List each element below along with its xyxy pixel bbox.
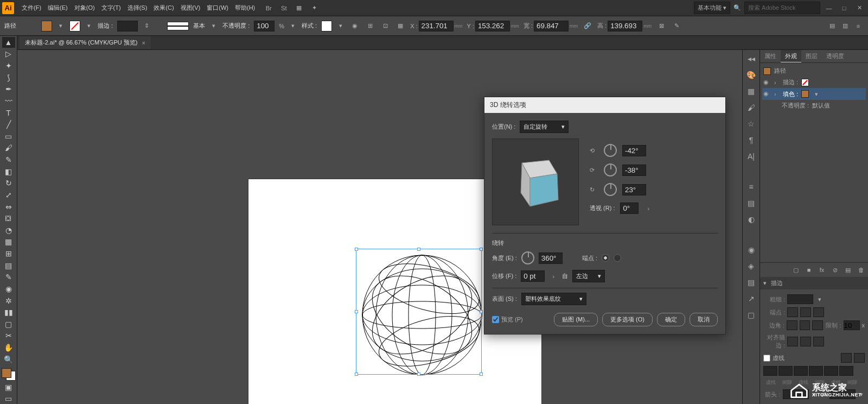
swatches-panel-icon[interactable]: ▦ [745,85,758,98]
expand-icon[interactable]: › [774,91,780,97]
magic-wand-tool[interactable]: ✦ [2,60,15,71]
shape-builder-tool[interactable]: ◔ [2,225,15,236]
w-input[interactable] [534,21,569,31]
tab-close-icon[interactable]: × [142,40,145,46]
menu-type[interactable]: 文字(T) [98,4,124,12]
zoom-tool[interactable]: 🔍 [2,354,15,365]
curvature-tool[interactable]: 〰 [2,96,15,106]
align-panel-icon[interactable]: A| [745,150,758,163]
brush-dropdown-icon[interactable]: ▾ [209,22,218,30]
search-input[interactable]: 搜索 Adobe Stock [744,2,820,14]
surface-select[interactable]: 塑料效果底纹▾ [521,293,586,305]
tab-appearance[interactable]: 外观 [781,50,801,62]
rotate-y-input[interactable] [622,165,646,176]
appearance-opacity-row[interactable]: 不透明度 : 默认值 [762,100,866,111]
corner-miter-icon[interactable] [787,320,797,330]
dash-align-2-icon[interactable] [854,353,865,363]
cap-butt-icon[interactable] [787,307,798,317]
stock-icon[interactable]: St [279,3,289,13]
bridge-icon[interactable]: Br [264,3,273,13]
tab-properties[interactable]: 属性 [760,50,781,62]
workspace-switcher[interactable]: 基本功能 ▾ [694,2,730,14]
offset-input[interactable] [521,270,545,282]
cap-round-icon[interactable] [800,307,811,317]
preview-checkbox[interactable]: 预览 (P) [492,315,523,324]
width-tool[interactable]: ⇔ [2,201,15,212]
rotate-z-input[interactable] [622,184,646,195]
appearance-fill-row[interactable]: ◉ › 填色 : ▾ [762,88,866,100]
isolate-icon[interactable]: ⊠ [656,21,667,31]
shape-icon[interactable]: ⊡ [380,21,391,31]
free-transform-tool[interactable]: ⛋ [2,213,15,224]
menu-edit[interactable]: 编辑(E) [44,4,71,12]
artboards-panel-icon[interactable]: ▢ [745,308,758,321]
stroke-weight-input[interactable] [117,21,138,31]
scale-tool[interactable]: ⤢ [2,190,15,200]
fill-swatch[interactable] [41,21,52,31]
add-fill-icon[interactable]: ■ [804,265,814,275]
align-outside-icon[interactable] [813,337,824,346]
symbol-sprayer-tool[interactable]: ✲ [2,295,15,306]
opacity-input[interactable] [254,21,275,31]
corner-bevel-icon[interactable] [812,320,823,330]
shaper-tool[interactable]: ✎ [2,154,15,165]
stroke-dropdown-icon[interactable]: ▾ [85,22,93,30]
gap-3-input[interactable] [839,366,853,376]
screen-mode-icon[interactable]: ▭ [2,393,15,404]
tab-transparency[interactable]: 透明度 [822,50,848,62]
perspective-grid-tool[interactable]: ▦ [2,237,15,248]
character-panel-icon[interactable]: ¶ [745,134,758,147]
align-center-icon[interactable] [787,337,798,346]
appearance-stroke-row[interactable]: ◉ › 描边 : [762,77,866,88]
style-dropdown-icon[interactable]: ▾ [336,22,345,30]
color-panel-icon[interactable]: 🎨 [745,68,758,81]
rectangle-tool[interactable]: ▭ [2,131,15,142]
paintbrush-tool[interactable]: 🖌 [2,143,15,154]
add-effect-icon[interactable]: fx [817,265,827,275]
map-art-button[interactable]: 贴图 (M)... [554,313,598,326]
ok-button[interactable]: 确定 [657,313,685,326]
more-options-button[interactable]: 更多选项 (O) [602,313,653,326]
stroke-panel-icon[interactable]: ≡ [745,180,758,193]
slice-tool[interactable]: ✂ [2,331,15,342]
rotate-z-dial[interactable] [604,183,617,196]
column-graph-tool[interactable]: ▮▮ [2,307,15,318]
hand-tool[interactable]: ✋ [2,342,15,353]
add-stroke-icon[interactable]: ▢ [791,265,801,275]
gradient-tool[interactable]: ▤ [2,260,15,271]
layers-panel-icon[interactable]: ▤ [745,276,758,289]
fill-dropdown-icon[interactable]: ▾ [812,90,821,98]
position-select[interactable]: 自定旋转▾ [520,121,569,133]
dashed-checkbox[interactable] [763,355,770,362]
dock-collapse-icon[interactable]: ◂◂ [745,52,758,65]
blend-tool[interactable]: ◉ [2,283,15,294]
rotate-x-dial[interactable] [604,144,617,157]
mesh-tool[interactable]: ⊞ [2,248,15,259]
align-inside-icon[interactable] [800,337,811,346]
tab-layers[interactable]: 图层 [801,50,822,62]
fill-swatch-icon[interactable] [801,90,809,98]
panel-toggle-1-icon[interactable]: ▤ [827,21,838,31]
angle-dial[interactable] [521,251,534,264]
panel-menu-icon[interactable]: ≡ [853,21,864,31]
appearance-panel-icon[interactable]: ◉ [745,243,758,256]
menu-effect[interactable]: 效果(C) [150,4,177,12]
gradient-panel-icon[interactable]: ▤ [745,197,758,210]
type-tool[interactable]: T [2,108,15,118]
style-swatch[interactable] [321,21,332,31]
eraser-tool[interactable]: ◧ [2,166,15,177]
angle-input[interactable] [539,252,563,264]
asset-export-icon[interactable]: ↗ [745,292,758,305]
dash-3-input[interactable] [824,366,838,376]
stroke-none-icon[interactable] [801,79,809,86]
limit-input[interactable] [844,320,860,330]
transform-icon[interactable]: ▦ [395,21,406,31]
rotate-tool[interactable]: ↻ [2,178,15,189]
weight-input[interactable] [787,294,813,304]
preview-checkbox-input[interactable] [492,316,499,323]
rotate-x-input[interactable] [622,145,646,156]
arrange-docs-icon[interactable]: ▦ [294,3,304,13]
menu-window[interactable]: 窗口(W) [203,4,232,12]
cap-square-icon[interactable] [813,307,824,317]
selection-tool[interactable]: ▲ [2,37,15,48]
